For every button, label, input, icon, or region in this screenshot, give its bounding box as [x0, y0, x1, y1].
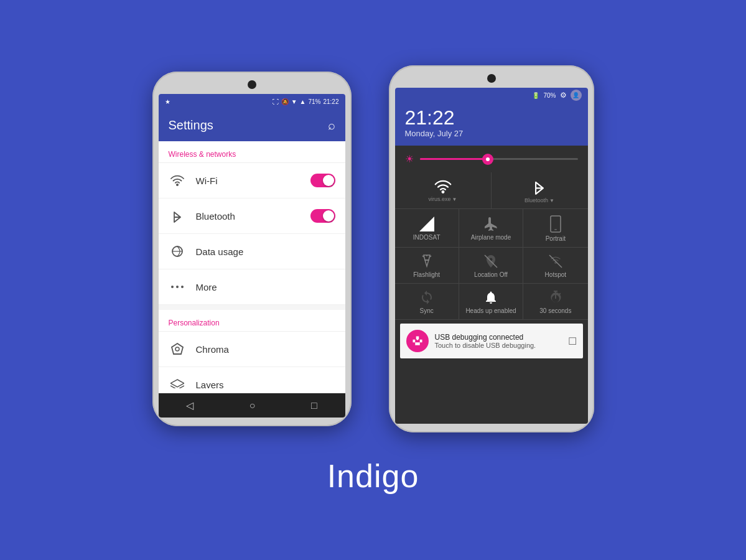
wireless-section-header: Wireless & networks — [159, 141, 345, 163]
airplane-tile-icon — [483, 217, 498, 231]
wifi-toggle[interactable] — [310, 174, 335, 187]
flashlight-tile[interactable]: Flashlight — [395, 248, 459, 283]
more-icon — [169, 278, 186, 296]
flashlight-label: Flashlight — [413, 271, 440, 278]
portrait-tile-icon — [549, 215, 562, 233]
notif-card-subtitle: Touch to disable USB debugging. — [435, 342, 562, 349]
svg-point-3 — [181, 286, 184, 288]
svg-point-1 — [171, 286, 174, 288]
bluetooth-tile[interactable]: Bluetooth ▼ — [492, 172, 588, 208]
home-nav-icon[interactable]: ○ — [249, 400, 256, 411]
bluetooth-toggle[interactable] — [310, 209, 335, 223]
portrait-tile[interactable]: Portrait — [523, 209, 587, 247]
wifi-icon — [169, 172, 186, 189]
notif-card[interactable]: USB debugging connected Touch to disable… — [400, 324, 583, 358]
sync-label: Sync — [420, 307, 434, 314]
left-phone-screen: ★ ⛶ 🔕 ▼ ▲ 71% 21:22 Settings ⌕ Wir — [159, 94, 345, 418]
data-usage-item[interactable]: Data usage — [159, 234, 345, 269]
bluetooth-tile-arrow: ▼ — [549, 198, 554, 203]
notif-card-content: USB debugging connected Touch to disable… — [435, 333, 562, 349]
settings-search-icon[interactable]: ⌕ — [328, 118, 335, 133]
bluetooth-icon — [169, 207, 186, 225]
svg-point-5 — [175, 347, 179, 351]
bluetooth-item[interactable]: Bluetooth — [159, 198, 345, 234]
notif-gear-icon[interactable]: ⚙ — [560, 91, 567, 100]
bluetooth-tile-icon — [533, 179, 546, 195]
notif-card-dismiss[interactable]: ☐ — [568, 335, 577, 347]
notif-shade-body: ☀ — [395, 146, 588, 424]
notif-card-icon — [406, 330, 429, 352]
settings-header: Settings ⌕ — [159, 109, 345, 141]
recents-nav-icon[interactable]: □ — [311, 400, 317, 411]
headsup-label: Heads up enabled — [465, 307, 516, 314]
wifi-status-icon: ▼ — [291, 98, 297, 105]
airplane-label: Airplane mode — [471, 234, 511, 241]
hotspot-tile[interactable]: Hotspot — [523, 248, 587, 283]
right-phone: 🔋 70% ⚙ 👤 21:22 Monday, July 27 ☀ — [389, 65, 594, 432]
notif-date: Monday, July 27 — [405, 129, 578, 138]
time-label: 21:22 — [323, 98, 338, 105]
hotspot-tile-icon — [548, 254, 563, 269]
layers-item[interactable]: Layers — [159, 367, 345, 388]
bluetooth-tile-label-row: Bluetooth ▼ — [525, 197, 554, 203]
app-title: Indigo — [327, 457, 419, 495]
airplane-tile[interactable]: Airplane mode — [459, 209, 523, 247]
brightness-thumb — [482, 154, 493, 165]
quick-row-4: Sync Heads up enabled 30 seconds — [395, 284, 588, 320]
notif-date-header: 21:22 Monday, July 27 — [395, 103, 588, 146]
timer-label: 30 seconds — [539, 307, 571, 314]
location-tile-icon — [483, 254, 498, 269]
headsup-tile-icon — [483, 290, 498, 305]
right-phone-camera — [487, 74, 496, 83]
flashlight-tile-icon — [419, 254, 434, 269]
mute-status-icon: 🔕 — [281, 98, 289, 105]
bluetooth-label: Bluetooth — [196, 211, 301, 222]
timer-tile-icon — [548, 290, 563, 305]
notif-card-title: USB debugging connected — [435, 333, 562, 342]
layers-label: Layers — [196, 380, 335, 389]
wifi-item[interactable]: Wi-Fi — [159, 163, 345, 198]
brightness-icon: ☀ — [405, 153, 414, 165]
bluetooth-tile-label: Bluetooth — [525, 197, 548, 203]
layers-icon — [169, 376, 186, 388]
location-tile[interactable]: Location Off — [459, 248, 523, 283]
timer-tile[interactable]: 30 seconds — [523, 284, 587, 319]
svg-point-2 — [176, 286, 179, 288]
bluetooth-status-icon: ⛶ — [273, 98, 279, 105]
settings-content: Wireless & networks Wi-Fi — [159, 141, 345, 388]
notif-avatar-icon[interactable]: 👤 — [571, 90, 582, 101]
data-usage-label: Data usage — [196, 246, 335, 257]
data-usage-icon — [169, 243, 186, 260]
hotspot-label: Hotspot — [545, 271, 566, 278]
svg-marker-4 — [172, 343, 183, 354]
more-label: More — [196, 282, 335, 292]
wifi-tile-icon — [434, 180, 452, 194]
location-label: Location Off — [474, 271, 508, 278]
brightness-row: ☀ — [395, 146, 588, 172]
settings-title: Settings — [169, 118, 213, 133]
quick-row-2: INDOSAT Airplane mode Portrait — [395, 209, 588, 248]
chroma-icon — [169, 340, 186, 358]
chroma-label: Chroma — [196, 344, 335, 355]
battery-status-label: 71% — [308, 98, 320, 105]
headsup-tile[interactable]: Heads up enabled — [459, 284, 523, 319]
brightness-fill — [420, 158, 491, 160]
quick-row-1: virus.exe ▼ Bluetooth ▼ — [395, 172, 588, 209]
right-phone-screen: 🔋 70% ⚙ 👤 21:22 Monday, July 27 ☀ — [395, 88, 588, 424]
svg-marker-6 — [170, 380, 184, 387]
portrait-label: Portrait — [546, 235, 566, 242]
sync-tile[interactable]: Sync — [395, 284, 459, 319]
more-item[interactable]: More — [159, 269, 345, 305]
brightness-slider[interactable] — [420, 158, 578, 160]
chroma-item[interactable]: Chroma — [159, 332, 345, 367]
quick-row-3: Flashlight Location Off — [395, 248, 588, 284]
left-phone-camera — [248, 80, 256, 89]
wifi-tile[interactable]: virus.exe ▼ — [395, 172, 492, 208]
indosat-tile[interactable]: INDOSAT — [395, 209, 459, 247]
notif-battery-label: 70% — [543, 92, 556, 99]
personalization-section-header: Personalization — [159, 310, 345, 332]
back-nav-icon[interactable]: ◁ — [186, 399, 193, 411]
section-gap — [159, 305, 345, 310]
sync-tile-icon — [419, 290, 434, 305]
indosat-label: INDOSAT — [413, 234, 441, 241]
